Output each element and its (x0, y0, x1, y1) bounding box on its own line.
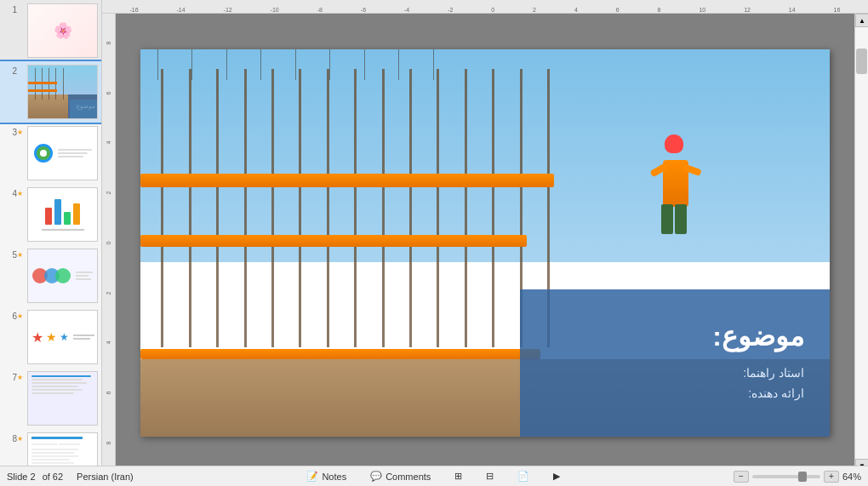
slide-thumb-5[interactable]: 5 ★ (0, 245, 101, 306)
zoom-level: 64% (842, 472, 861, 482)
worker-legs-right (675, 204, 687, 234)
slide-number-5: 5 (3, 250, 17, 260)
star-icon-3: ★ (17, 129, 26, 136)
scaffold-pole-5 (271, 69, 274, 348)
view-reading-icon: 📄 (517, 471, 529, 482)
slide-total: of 62 (43, 472, 63, 482)
slide-panel: 1 🌸 2 موضوع: (0, 0, 102, 486)
scaffold-pole-10 (409, 69, 412, 348)
main-area: 1 🌸 2 موضوع: (0, 0, 868, 486)
slide-number-2: 2 (3, 66, 17, 76)
worker-head (665, 134, 683, 153)
status-bar-right: − + 64% (734, 471, 861, 483)
worker-figure (654, 134, 705, 237)
view-slide-sorter-button[interactable]: ⊟ (483, 469, 497, 483)
language-indicator: Persian (Iran) (77, 472, 134, 482)
slide-subtitle-2: ارائه دهنده: (545, 386, 805, 400)
slide-title: موضوع: (545, 320, 805, 352)
slide-thumb-7[interactable]: 7 ★ (0, 368, 101, 429)
comments-label: Comments (385, 472, 431, 482)
notes-label: Notes (322, 472, 346, 482)
worker-legs-left (661, 204, 673, 234)
slide-number-6: 6 (3, 312, 17, 321)
scaffold-pole-9 (382, 69, 385, 348)
slide-number-3: 3 (3, 128, 17, 137)
slide-number-8: 8 (3, 434, 17, 443)
view-slideshow-icon: ▶ (553, 471, 560, 482)
star-icon-6: ★ (17, 312, 26, 320)
zoom-slider-thumb[interactable] (798, 472, 807, 482)
zoom-in-button[interactable]: + (824, 471, 839, 483)
slide-canvas-area[interactable]: موضوع: استاد راهنما: ارائه دهنده: (116, 14, 854, 472)
scaffold-pole-3 (216, 69, 219, 348)
view-slideshow-button[interactable]: ▶ (550, 469, 563, 483)
slide-subtitle-1: استاد راهنما: (545, 366, 805, 380)
slide-number-4: 4 (3, 189, 17, 198)
slide-thumb-2[interactable]: 2 موضوع: (0, 61, 101, 123)
comments-icon: 💬 (370, 471, 382, 482)
rebar-tips (140, 49, 451, 80)
zoom-controls: − + 64% (734, 471, 861, 483)
ruler-vertical: 8 6 4 2 0 2 4 6 8 (102, 14, 116, 472)
status-bar-left: Slide 2 of 62 Persian (Iran) (7, 472, 134, 482)
scaffold-pole-2 (189, 69, 191, 348)
scrollbar-vertical: ▲ ▼ (854, 14, 868, 472)
star-icon-5: ★ (17, 251, 26, 259)
slide-main: موضوع: استاد راهنما: ارائه دهنده: (140, 49, 830, 437)
slide-preview-2: موضوع: (27, 65, 98, 119)
scaffold-pole-4 (244, 69, 247, 348)
star-icon-4: ★ (17, 190, 26, 197)
scaffold-pole-1 (161, 69, 163, 348)
star-icon-8: ★ (17, 435, 26, 443)
slide-thumb-1[interactable]: 1 🌸 (0, 0, 101, 61)
orange-beam-2 (140, 235, 527, 247)
view-reading-button[interactable]: 📄 (514, 469, 533, 483)
scaffold-pole-8 (354, 69, 357, 348)
scaffold-pole-13 (492, 69, 494, 348)
slide-number-7: 7 (3, 373, 17, 382)
view-normal-button[interactable]: ⊞ (451, 469, 465, 483)
editor-area: -16 -14 -12 -10 -8 -6 -4 -2 0 2 4 6 8 10… (102, 0, 868, 486)
slide-preview-4 (27, 187, 98, 242)
scaffold-pole-12 (465, 69, 467, 348)
zoom-out-button[interactable]: − (734, 471, 749, 483)
scaffold-pole-6 (299, 69, 301, 348)
star-icon-7: ★ (17, 374, 26, 381)
slide-info: Slide 2 (7, 472, 36, 482)
zoom-slider[interactable] (752, 475, 820, 478)
slide-thumb-6[interactable]: 6 ★ ★ ★ ★ (0, 306, 101, 368)
notes-icon: 📝 (306, 471, 318, 482)
status-bar-center: 📝 Notes 💬 Comments ⊞ ⊟ 📄 ▶ (134, 469, 734, 483)
info-panel: موضوع: استاد راهنما: ارائه دهنده: (520, 289, 831, 437)
scroll-vertical-thumb[interactable] (856, 49, 867, 74)
orange-beam-1 (140, 174, 554, 187)
slide-preview-1: 🌸 (27, 3, 98, 58)
comments-button[interactable]: 💬 Comments (367, 469, 434, 483)
slide-thumb-4[interactable]: 4 ★ (0, 184, 101, 245)
status-bar: Slide 2 of 62 Persian (Iran) 📝 Notes 💬 C… (0, 466, 868, 486)
slide-thumb-3[interactable]: 3 ★ (0, 123, 101, 184)
scroll-vertical-track[interactable] (855, 27, 868, 459)
view-normal-icon: ⊞ (454, 471, 462, 482)
slide-preview-5 (27, 249, 98, 303)
slide-preview-6: ★ ★ ★ (27, 310, 98, 364)
slide-preview-3 (27, 126, 98, 180)
scroll-up-button[interactable]: ▲ (855, 14, 868, 27)
slide-number-1: 1 (3, 5, 17, 14)
scaffold-pole-7 (327, 69, 329, 348)
ruler-horizontal: -16 -14 -12 -10 -8 -6 -4 -2 0 2 4 6 8 10… (102, 0, 868, 14)
notes-button[interactable]: 📝 Notes (303, 469, 350, 483)
slide-preview-7 (27, 371, 98, 426)
orange-beam-3 (140, 349, 540, 359)
view-sorter-icon: ⊟ (486, 471, 494, 482)
scaffold-pole-11 (437, 69, 439, 348)
